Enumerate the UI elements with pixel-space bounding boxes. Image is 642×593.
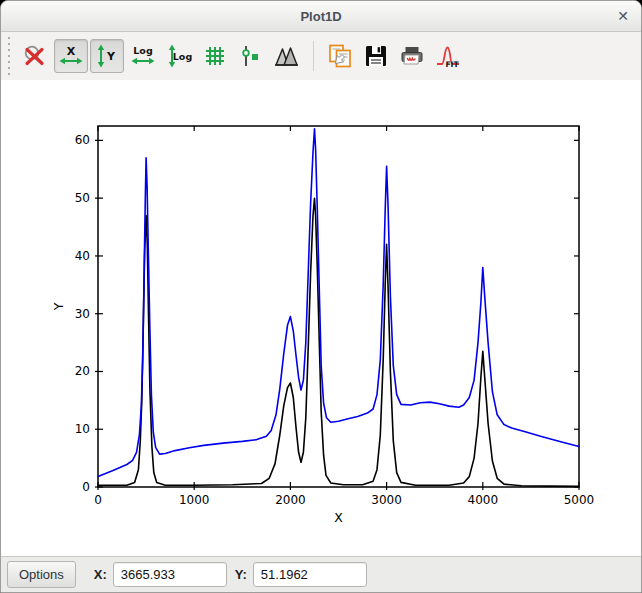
x-coordinate-field[interactable] bbox=[113, 562, 227, 587]
y-axis-label: Y bbox=[51, 302, 66, 311]
fit-button[interactable]: FIT bbox=[431, 39, 465, 73]
y-coordinate-field[interactable] bbox=[253, 562, 367, 587]
toolbar-drag-handle[interactable] bbox=[7, 37, 11, 75]
x-log-icon: Log bbox=[130, 43, 156, 69]
zoom-reset-icon bbox=[22, 43, 48, 69]
toggle-fill-button[interactable] bbox=[270, 39, 304, 73]
svg-text:Y: Y bbox=[106, 50, 116, 63]
y-tick-label: 0 bbox=[82, 480, 90, 494]
copy-to-clipboard-icon bbox=[327, 43, 353, 69]
x-tick-label: 1000 bbox=[179, 493, 210, 507]
svg-text:Log: Log bbox=[133, 45, 152, 56]
black-curve bbox=[98, 198, 579, 486]
y-tick-label: 20 bbox=[75, 364, 90, 378]
window-title: Plot1D bbox=[300, 9, 341, 24]
y-autoscale-button[interactable]: Y bbox=[90, 39, 124, 73]
x-coordinate-label: X: bbox=[94, 567, 107, 582]
x-autoscale-icon: X bbox=[58, 43, 84, 69]
y-log-button[interactable]: Log bbox=[162, 39, 196, 73]
plot-svg: 0100020003000400050000102030405060XY bbox=[1, 80, 642, 557]
toolbar: X Y Log bbox=[1, 32, 641, 80]
y-log-icon: Log bbox=[166, 43, 192, 69]
grid-icon bbox=[202, 43, 228, 69]
y-tick-label: 40 bbox=[75, 249, 90, 263]
svg-text:FIT: FIT bbox=[445, 60, 459, 69]
copy-to-clipboard-button[interactable] bbox=[323, 39, 357, 73]
y-tick-label: 60 bbox=[75, 133, 90, 147]
x-tick-label: 4000 bbox=[468, 493, 499, 507]
save-button[interactable] bbox=[359, 39, 393, 73]
y-tick-label: 50 bbox=[75, 191, 90, 205]
toggle-points-button[interactable] bbox=[234, 39, 268, 73]
plot1d-window: Plot1D ✕ X Y bbox=[0, 0, 642, 593]
close-button[interactable]: ✕ bbox=[617, 1, 629, 31]
statusbar: Options X: Y: bbox=[1, 556, 641, 592]
x-tick-label: 0 bbox=[94, 493, 102, 507]
x-log-button[interactable]: Log bbox=[126, 39, 160, 73]
toggle-points-icon bbox=[238, 43, 264, 69]
titlebar[interactable]: Plot1D ✕ bbox=[1, 1, 641, 32]
zoom-reset-button[interactable] bbox=[18, 39, 52, 73]
svg-text:Log: Log bbox=[173, 51, 192, 62]
y-coordinate-label: Y: bbox=[235, 567, 247, 582]
blue-curve bbox=[98, 129, 579, 477]
axes-frame bbox=[98, 126, 579, 487]
print-button[interactable] bbox=[395, 39, 429, 73]
toolbar-separator bbox=[313, 41, 314, 71]
x-axis-label: X bbox=[334, 510, 343, 525]
plot-canvas[interactable]: 0100020003000400050000102030405060XY bbox=[1, 80, 641, 556]
save-icon bbox=[363, 43, 389, 69]
svg-text:X: X bbox=[67, 45, 76, 58]
x-autoscale-button[interactable]: X bbox=[54, 39, 88, 73]
y-tick-label: 30 bbox=[75, 307, 90, 321]
toggle-fill-icon bbox=[274, 43, 300, 69]
options-button[interactable]: Options bbox=[7, 561, 76, 588]
y-tick-label: 10 bbox=[75, 422, 90, 436]
y-autoscale-icon: Y bbox=[94, 43, 120, 69]
fit-icon: FIT bbox=[435, 43, 461, 69]
print-icon bbox=[399, 43, 425, 69]
x-tick-label: 3000 bbox=[371, 493, 402, 507]
x-tick-label: 2000 bbox=[275, 493, 306, 507]
x-tick-label: 5000 bbox=[564, 493, 595, 507]
grid-button[interactable] bbox=[198, 39, 232, 73]
